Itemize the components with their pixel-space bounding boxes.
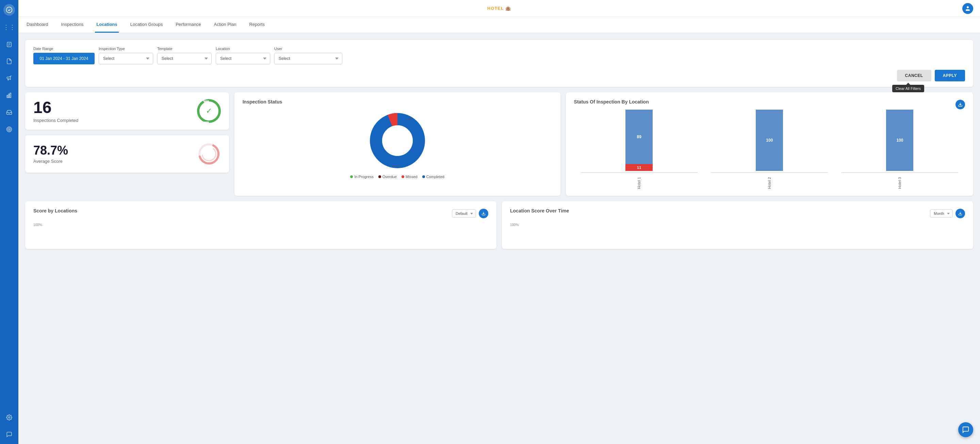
bar-chart-card: Status Of Inspection By Location 89 11 H…	[566, 92, 973, 196]
cancel-button[interactable]: CANCEL	[897, 70, 931, 81]
missed-label: Missed	[406, 175, 417, 179]
user-group: User Select	[274, 47, 342, 64]
legend-in-progress: In Progress	[350, 175, 373, 179]
chat-fab-button[interactable]	[958, 422, 973, 437]
bar-hotel2-blue: 100	[756, 110, 783, 171]
target-icon[interactable]	[4, 124, 14, 135]
logo-icon[interactable]	[3, 4, 15, 16]
svg-text:5.9%: 5.9%	[406, 117, 412, 121]
in-progress-label: In Progress	[354, 175, 373, 179]
tab-reports[interactable]: Reports	[248, 17, 266, 33]
score-by-locations-card: Score by Locations Default 100%	[25, 201, 496, 249]
bar-hotel3-wrapper: 100	[886, 110, 913, 171]
brand-name: HOTEL 🏨	[487, 6, 511, 11]
avg-score-label: Average Score	[33, 159, 68, 164]
overdue-label: Overdue	[382, 175, 397, 179]
bar-hotel2-label: Hotel 2	[767, 175, 772, 189]
legend-overdue: Overdue	[379, 175, 397, 179]
apps-icon[interactable]: ⋮⋮	[4, 22, 14, 33]
score-locations-dropdown[interactable]: Default	[452, 209, 476, 217]
completed-icon-circle: ✓	[197, 99, 221, 123]
topbar: HOTEL 🏨	[18, 0, 980, 17]
location-score-axis-label: 100%	[510, 223, 965, 227]
bar-hotel1-blue: 89	[625, 110, 653, 164]
template-group: Template Select	[157, 47, 212, 64]
svg-rect-6	[8, 94, 10, 98]
score-locations-download-button[interactable]	[479, 209, 488, 218]
completed-dot	[422, 175, 425, 178]
date-range-group: Date Range 01 Jan 2024 - 31 Jan 2024	[33, 47, 95, 64]
donut-legend: In Progress Overdue Missed Complete	[350, 175, 444, 179]
location-score-title: Location Score Over Time	[510, 208, 569, 214]
inspection-type-label: Inspection Type	[99, 47, 153, 51]
missed-dot	[401, 175, 404, 178]
bar-chart-header: Status Of Inspection By Location	[574, 99, 965, 110]
location-select[interactable]: Select	[216, 53, 270, 64]
inspection-type-select[interactable]: Select	[99, 53, 153, 64]
donut-chart: 94.1% 5.9%	[367, 110, 428, 171]
bar-chart-download-button[interactable]	[956, 100, 965, 109]
gear-icon[interactable]	[4, 412, 14, 423]
template-select[interactable]: Select	[157, 53, 212, 64]
svg-text:94.1%: 94.1%	[392, 165, 399, 168]
location-score-over-time-card: Location Score Over Time Month 100%	[502, 201, 973, 249]
tab-inspections[interactable]: Inspections	[60, 17, 85, 33]
bar-hotel1: 89 11 Hotel 1	[581, 110, 698, 189]
user-avatar[interactable]	[962, 3, 973, 14]
check-icon: ✓	[206, 107, 212, 115]
bar-hotel3-blue: 100	[886, 110, 913, 171]
tab-locations[interactable]: Locations	[95, 17, 118, 33]
document-icon[interactable]	[4, 56, 14, 67]
bar-hotel2-wrapper: 100	[756, 110, 783, 171]
tab-performance[interactable]: Performance	[174, 17, 202, 33]
megaphone-icon[interactable]	[4, 73, 14, 84]
inbox-icon[interactable]	[4, 107, 14, 118]
inspections-completed-card: 16 Inspections Completed ✓	[25, 92, 229, 130]
apply-button[interactable]: APPLY	[935, 70, 965, 81]
tab-location-groups[interactable]: Location Groups	[129, 17, 164, 33]
location-score-dropdown[interactable]: Month	[930, 209, 953, 217]
inspection-type-group: Inspection Type Select	[99, 47, 153, 64]
bar-hotel1-label: Hotel 1	[637, 175, 641, 189]
date-range-button[interactable]: 01 Jan 2024 - 31 Jan 2024	[33, 53, 95, 64]
location-group: Location Select	[216, 47, 270, 64]
date-range-label: Date Range	[33, 47, 95, 51]
score-gauge	[197, 142, 221, 166]
inspection-status-title: Inspection Status	[243, 99, 552, 105]
user-label: User	[274, 47, 342, 51]
bar-chart-area: 89 11 Hotel 1 100 Hotel 2	[574, 114, 965, 189]
svg-rect-5	[7, 95, 8, 98]
bar-hotel2: 100 Hotel 2	[711, 110, 828, 189]
svg-point-10	[9, 129, 10, 130]
completed-count: 16	[33, 99, 78, 116]
bar-hotel1-wrapper: 89 11	[625, 110, 653, 171]
bar-baseline	[581, 172, 698, 172]
overdue-dot	[379, 175, 381, 178]
svg-point-11	[8, 417, 10, 418]
bar-hotel3: 100 Hotel 3	[842, 110, 958, 189]
chart-icon[interactable]	[4, 90, 14, 101]
score-by-locations-title: Score by Locations	[33, 208, 77, 214]
stats-row: 16 Inspections Completed ✓ 78.7% Average…	[25, 92, 973, 196]
clipboard-icon[interactable]	[4, 39, 14, 50]
completed-text-group: 16 Inspections Completed	[33, 99, 78, 123]
tab-action-plan[interactable]: Action Plan	[213, 17, 238, 33]
user-select[interactable]: Select	[274, 53, 342, 64]
filter-row: Date Range 01 Jan 2024 - 31 Jan 2024 Ins…	[33, 47, 965, 64]
legend-missed: Missed	[401, 175, 417, 179]
avg-score-value: 78.7%	[33, 144, 68, 157]
bar-hotel3-label: Hotel 3	[898, 175, 902, 189]
main-area: HOTEL 🏨 Dashboard Inspections Locations …	[18, 0, 980, 444]
legend-completed: Completed	[422, 175, 444, 179]
bar-baseline	[711, 172, 828, 172]
score-locations-axis-label: 100%	[33, 223, 488, 227]
svg-point-0	[6, 7, 12, 13]
location-score-download-button[interactable]	[956, 209, 965, 218]
completed-label: Inspections Completed	[33, 118, 78, 123]
location-label: Location	[216, 47, 270, 51]
svg-point-15	[202, 147, 216, 161]
score-by-locations-header: Score by Locations Default	[33, 208, 488, 219]
chat-sidebar-icon[interactable]	[4, 429, 14, 440]
tab-dashboard[interactable]: Dashboard	[25, 17, 50, 33]
bar-hotel1-red: 11	[625, 164, 653, 171]
